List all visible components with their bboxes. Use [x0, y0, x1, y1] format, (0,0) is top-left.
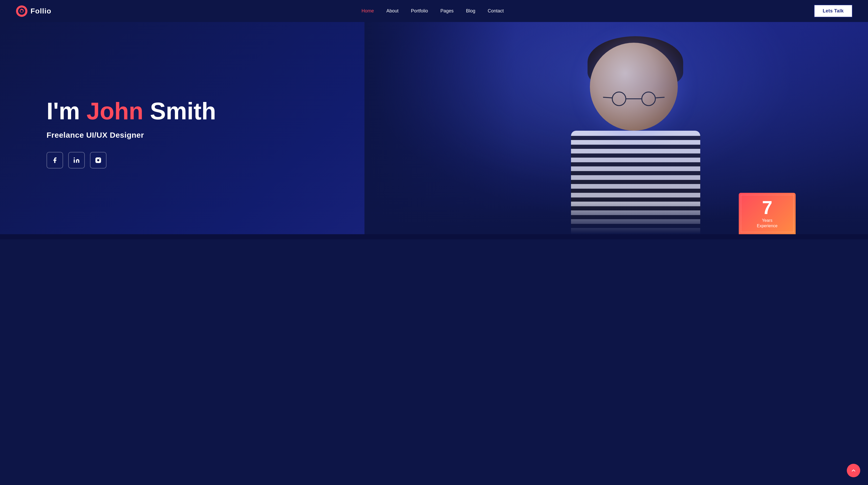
- svg-point-4: [642, 92, 655, 106]
- shirt-stripe-4: [571, 162, 700, 166]
- nav-link-contact[interactable]: Contact: [488, 8, 504, 13]
- experience-badge: 7 Years Experience: [739, 193, 796, 234]
- logo-icon: [16, 5, 28, 17]
- svg-line-7: [655, 97, 664, 98]
- facebook-icon: [52, 157, 58, 164]
- exp-text: Years Experience: [757, 218, 778, 229]
- shirt-stripe-8: [571, 197, 700, 202]
- shirt-stripe-7: [571, 189, 700, 193]
- portrait-left-fade: [365, 22, 516, 234]
- nav-item-pages[interactable]: Pages: [440, 8, 454, 14]
- glasses-svg: [603, 91, 664, 107]
- lets-talk-button[interactable]: Lets Talk: [814, 5, 852, 17]
- linkedin-icon: [73, 157, 80, 164]
- shirt-stripe-1: [571, 136, 700, 140]
- logo[interactable]: Follio: [16, 5, 52, 17]
- nav-item-contact[interactable]: Contact: [488, 8, 504, 14]
- nav-item-portfolio[interactable]: Portfolio: [411, 8, 428, 14]
- shirt-stripe-2: [571, 145, 700, 149]
- shirt-stripe-11: [571, 224, 700, 228]
- svg-point-2: [21, 10, 23, 12]
- logo-text: Follio: [31, 7, 52, 15]
- navbar: Follio Home About Portfolio Pages Blog C…: [0, 0, 868, 22]
- instagram-icon: [95, 157, 101, 164]
- shirt-stripe-6: [571, 180, 700, 184]
- shirt-stripe-5: [571, 171, 700, 175]
- nav-link-pages[interactable]: Pages: [440, 8, 454, 13]
- instagram-button[interactable]: [90, 152, 106, 169]
- nav-item-blog[interactable]: Blog: [466, 8, 475, 14]
- nav-link-blog[interactable]: Blog: [466, 8, 475, 13]
- person-body: [571, 131, 700, 234]
- nav-item-about[interactable]: About: [386, 8, 399, 14]
- exp-number: 7: [762, 198, 772, 217]
- shirt-stripe-3: [571, 153, 700, 158]
- hero-name-rest: Smith: [144, 98, 216, 124]
- hero-content: I'm John Smith Freelance UI/UX Designer: [0, 88, 216, 168]
- shirt-stripe-9: [571, 206, 700, 210]
- nav-link-portfolio[interactable]: Portfolio: [411, 8, 428, 13]
- svg-rect-8: [74, 159, 75, 163]
- svg-line-6: [603, 97, 612, 98]
- shirt-stripe-10: [571, 215, 700, 219]
- linkedin-button[interactable]: [68, 152, 85, 169]
- svg-point-9: [74, 158, 75, 159]
- person-head: [590, 43, 678, 131]
- bottom-bar: [0, 234, 868, 239]
- nav-link-home[interactable]: Home: [362, 8, 374, 13]
- hero-title: I'm John Smith: [46, 98, 216, 124]
- hero-subtitle: Freelance UI/UX Designer: [46, 131, 216, 140]
- nav-item-home[interactable]: Home: [362, 8, 374, 14]
- hero-name-colored: John: [87, 98, 144, 124]
- nav-links: Home About Portfolio Pages Blog Contact: [362, 8, 504, 14]
- social-links: [46, 152, 216, 169]
- svg-point-3: [612, 92, 626, 106]
- nav-link-about[interactable]: About: [386, 8, 399, 13]
- facebook-button[interactable]: [46, 152, 63, 169]
- hero-intro: I'm: [46, 98, 87, 124]
- hero-section: I'm John Smith Freelance UI/UX Designer: [0, 22, 868, 234]
